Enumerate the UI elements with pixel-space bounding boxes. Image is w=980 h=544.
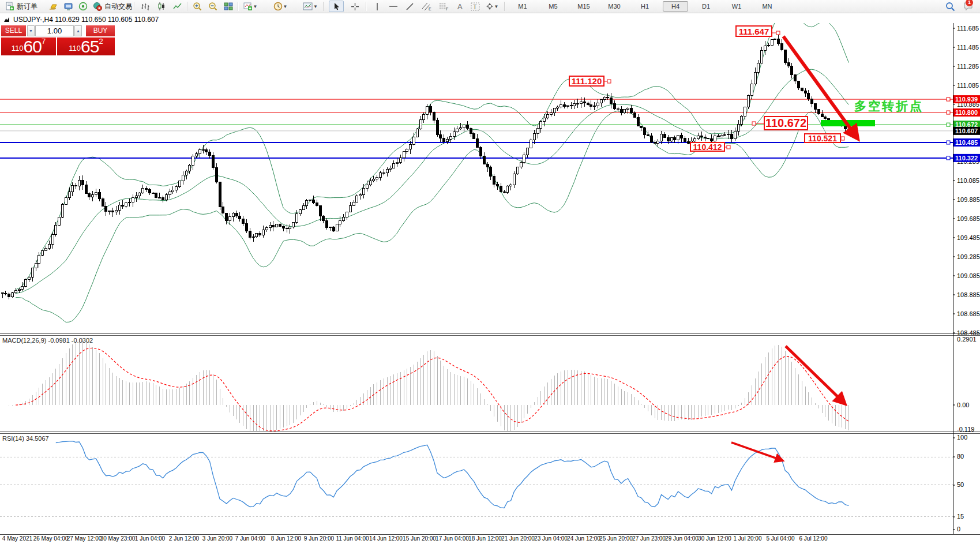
price-callout-111.120[interactable]: 111.120 xyxy=(569,76,604,87)
horizontal-line-tool[interactable] xyxy=(386,1,400,12)
clock-icon xyxy=(273,2,283,11)
svg-text:111.685: 111.685 xyxy=(957,25,979,32)
rsi-label: RSI(14) 34.5067 xyxy=(2,435,49,442)
trend-arrow-2[interactable] xyxy=(786,346,844,403)
price-callout-111.647[interactable]: 111.647 xyxy=(735,25,772,37)
svg-text:15: 15 xyxy=(957,513,964,520)
volume-down-button[interactable]: ▼ xyxy=(27,25,35,36)
period-button[interactable]: ▼ xyxy=(271,1,290,12)
macd-histogram xyxy=(9,339,849,431)
buy-button[interactable]: BUY xyxy=(86,25,115,36)
time-label: 27 May 12:00 xyxy=(67,535,102,542)
zoom-in-icon[interactable] xyxy=(190,1,204,12)
timeframe-M30[interactable]: M30 xyxy=(602,1,627,12)
crosshair-tool[interactable] xyxy=(347,1,362,12)
candlestick-chart-type-icon[interactable] xyxy=(155,1,168,12)
fibonacci-tool[interactable]: F xyxy=(436,1,451,12)
volume-input[interactable] xyxy=(35,25,74,36)
time-label: 25 Jun 20:00 xyxy=(599,535,633,542)
candles xyxy=(1,32,850,299)
chevron-down-icon: ▼ xyxy=(283,4,288,9)
svg-text:109.285: 109.285 xyxy=(957,253,980,260)
svg-text:110.085: 110.085 xyxy=(957,177,979,184)
timeframe-M1[interactable]: M1 xyxy=(510,1,535,12)
add-indicator-icon xyxy=(243,2,253,11)
template-button[interactable]: ▼ xyxy=(301,1,320,12)
chart-title: USDJPY-,H4 110.629 110.650 110.605 110.6… xyxy=(4,16,159,24)
new-order-button[interactable]: 新订单 xyxy=(3,1,39,12)
svg-text:F: F xyxy=(446,7,448,11)
buy-price[interactable]: 110652 xyxy=(57,37,115,55)
vertical-line-tool[interactable] xyxy=(370,1,384,12)
chevron-down-icon: ▼ xyxy=(313,4,318,9)
svg-text:0.00: 0.00 xyxy=(957,402,969,408)
gold-icon[interactable] xyxy=(47,1,60,12)
arrows-tool[interactable]: ▼ xyxy=(483,1,501,12)
timeframe-D1[interactable]: D1 xyxy=(693,1,719,12)
separator xyxy=(323,2,324,11)
svg-text:110.485: 110.485 xyxy=(955,139,978,146)
timeframe-H4[interactable]: H4 xyxy=(663,1,688,12)
new-order-icon xyxy=(5,2,14,11)
chevron-down-icon: ▼ xyxy=(253,4,258,9)
auto-trading-button[interactable]: 自动交易 xyxy=(91,1,134,12)
cursor-tool[interactable] xyxy=(329,1,344,12)
time-label: 4 May 2021 xyxy=(2,535,33,542)
timeframe-H1[interactable]: H1 xyxy=(632,1,658,12)
separator xyxy=(187,2,188,11)
separator xyxy=(238,2,239,11)
price-chart-surface[interactable]: 111.685111.485111.285111.085110.885110.2… xyxy=(0,0,980,544)
time-label: 9 Jun 20:00 xyxy=(304,535,335,542)
timeframe-MN[interactable]: MN xyxy=(754,1,780,12)
timeframe-W1[interactable]: W1 xyxy=(724,1,749,12)
sell-price[interactable]: 110607 xyxy=(1,37,56,55)
sell-button[interactable]: SELL xyxy=(1,25,26,36)
svg-text:-0.119: -0.119 xyxy=(957,426,974,433)
signal-icon[interactable] xyxy=(77,1,89,12)
buy-price-main: 65 xyxy=(81,39,99,54)
chevron-down-icon: ▼ xyxy=(494,4,499,9)
price-callout-110.412[interactable]: 110.412 xyxy=(690,142,725,152)
time-label: 14 Jun 12:00 xyxy=(369,535,403,542)
equidistant-channel-tool[interactable]: E xyxy=(419,1,434,12)
price-badge-110.485: 110.485 xyxy=(953,138,980,147)
mt-terminal-window: 新订单 自动交易 xyxy=(0,0,980,544)
price-badge-110.607: 110.607 xyxy=(953,127,980,135)
notifications-button[interactable]: 1 xyxy=(960,1,977,12)
add-indicator-button[interactable]: ▼ xyxy=(241,1,260,12)
trendline-tool[interactable] xyxy=(403,1,416,12)
main-chart-plot[interactable] xyxy=(0,10,953,322)
label-tool[interactable]: T xyxy=(468,1,482,12)
volume-up-button[interactable]: ▲ xyxy=(74,25,82,36)
one-click-trading-panel: SELL ▼ ▲ BUY 110607 110652 xyxy=(1,25,115,56)
time-label: 6 Jul 12:00 xyxy=(799,535,828,542)
time-label: 7 Jun 04:00 xyxy=(235,535,266,542)
sell-price-main: 60 xyxy=(24,39,42,54)
price-callout-110.521[interactable]: 110.521 xyxy=(804,133,841,143)
terminal-icon[interactable] xyxy=(62,1,75,12)
svg-text:109.885: 109.885 xyxy=(957,196,980,203)
bar-chart-type-icon[interactable] xyxy=(138,1,152,12)
auto-trading-icon xyxy=(93,2,102,11)
svg-text:110.322: 110.322 xyxy=(955,155,978,162)
sell-price-sup: 7 xyxy=(42,37,46,45)
svg-text:110.800: 110.800 xyxy=(955,109,978,116)
search-icon[interactable] xyxy=(943,1,958,12)
sell-price-prefix: 110 xyxy=(12,43,24,54)
line-chart-type-icon[interactable] xyxy=(171,1,185,12)
text-tool[interactable]: A xyxy=(453,1,467,12)
time-label: 26 May 04:00 xyxy=(33,535,69,542)
tile-windows-icon[interactable] xyxy=(221,1,235,12)
svg-text:T: T xyxy=(473,3,477,10)
timeframe-M15[interactable]: M15 xyxy=(571,1,596,12)
svg-text:111.085: 111.085 xyxy=(957,82,979,89)
time-label: 17 Jun 04:00 xyxy=(435,535,469,542)
trend-arrow-3[interactable] xyxy=(731,442,782,460)
zoom-out-icon[interactable] xyxy=(206,1,220,12)
time-label: 5 Jul 04:00 xyxy=(767,535,795,542)
time-label: 27 Jun 23:00 xyxy=(632,535,666,542)
new-order-label: 新订单 xyxy=(17,2,37,12)
time-label: 29 Jun 04:00 xyxy=(665,535,699,542)
timeframe-M5[interactable]: M5 xyxy=(540,1,566,12)
price-callout-110.672[interactable]: 110.672 xyxy=(764,116,808,130)
